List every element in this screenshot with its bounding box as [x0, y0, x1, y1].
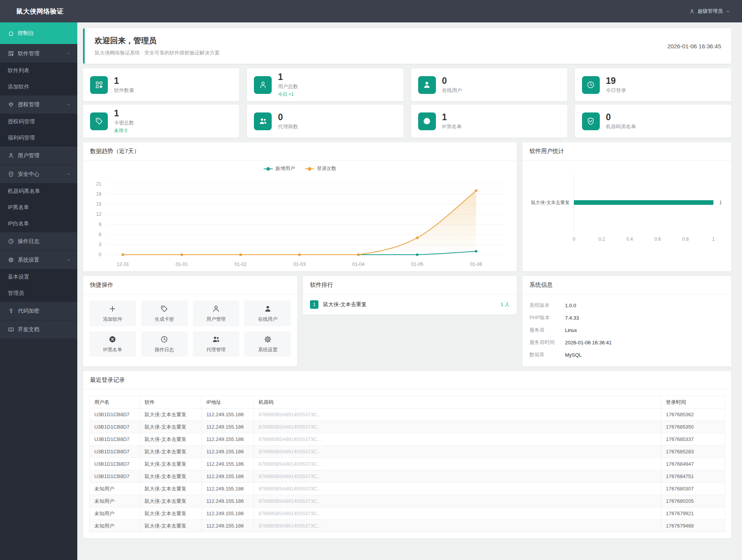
table-cell: 8769B5B5A6914055373C...	[254, 483, 661, 495]
quick-action-op-logs[interactable]: 操作日志	[141, 331, 188, 357]
sidebar-item-label: 机器码黑名单	[8, 188, 40, 195]
table-cell: 8769B5B5A6914055373C...	[254, 495, 661, 507]
tag-icon	[95, 117, 104, 126]
system-info-row: 服务器Linux	[529, 324, 724, 336]
circle-x-icon	[422, 117, 431, 126]
info-label: 服务器	[529, 327, 565, 334]
legend-item[interactable]: 登录次数	[305, 165, 336, 172]
home-icon	[8, 30, 14, 37]
quick-action-gen-card[interactable]: 生成卡密	[141, 301, 188, 326]
stat-card-online-users: 0在线用户	[411, 68, 567, 101]
sidebar-item-basic-settings[interactable]: 基本设置	[0, 269, 77, 285]
sidebar-item-ip-blacklist[interactable]: IP黑名单	[0, 199, 77, 216]
shield-icon	[8, 171, 14, 177]
person-icon	[689, 9, 695, 14]
quick-action-sys-settings[interactable]: 系统设置	[244, 331, 291, 357]
circle-x-icon	[108, 335, 117, 344]
table-cell: 112.249.155.186	[202, 458, 254, 470]
table-cell: 112.249.155.186	[202, 409, 254, 421]
table-cell: 未知用户	[90, 507, 140, 520]
gear-icon	[264, 335, 272, 344]
quick-action-ip-blacklist[interactable]: IP黑名单	[89, 331, 136, 357]
bar-canvas: 00.20.40.60.811	[574, 174, 713, 231]
sidebar-item-label: 添加软件	[8, 83, 29, 90]
trend-chart-title: 数据趋势（近7天）	[83, 142, 517, 161]
sidebar: 控制台软件管理软件列表添加软件授权管理授权码管理福利码管理用户管理安全中心机器码…	[0, 22, 77, 560]
user-name: 超级管理员	[698, 8, 723, 15]
sidebar-item-user-mgmt[interactable]: 用户管理	[0, 146, 77, 165]
rank-badge: 1	[310, 300, 318, 309]
table-row: 未知用户鼠大侠-文本去重复112.249.155.1868769B5B5A691…	[90, 495, 725, 507]
sidebar-item-auth-codes[interactable]: 授权码管理	[0, 114, 77, 130]
legend-marker	[305, 169, 314, 169]
chev-up-icon	[66, 172, 71, 177]
stat-card-machine-blacklist: 0机器码黑名单	[575, 105, 731, 138]
quick-action-agent-mgmt[interactable]: 代理管理	[193, 331, 240, 357]
sidebar-item-code-encrypt[interactable]: 代码加密	[0, 301, 77, 320]
stat-value: 19	[606, 76, 626, 86]
table-cell: 112.249.155.186	[202, 470, 254, 483]
table-header-cell: 机器码	[254, 396, 661, 409]
x-axis-tick: 0.2	[599, 237, 605, 242]
sidebar-item-ip-whitelist[interactable]: IP白名单	[0, 216, 77, 232]
sidebar-item-op-logs[interactable]: 操作日志	[0, 232, 77, 250]
info-value: 1.0.0	[565, 303, 576, 308]
quick-action-add-software[interactable]: 添加软件	[89, 301, 136, 326]
quick-action-online-users[interactable]: 在线用户	[244, 301, 291, 326]
sidebar-item-admins[interactable]: 管理员	[0, 285, 77, 301]
table-header-cell: 登录时间	[661, 396, 725, 409]
sidebar-item-software-list[interactable]: 软件列表	[0, 63, 77, 79]
stat-icon-box	[90, 112, 108, 130]
sidebar-item-security-group[interactable]: 安全中心	[0, 165, 77, 183]
svg-text:9: 9	[99, 222, 102, 227]
table-cell: 鼠大侠-文本去重复	[140, 483, 202, 495]
quick-action-user-mgmt[interactable]: 用户管理	[193, 301, 240, 326]
table-cell: 1767684751	[661, 470, 725, 483]
recent-logins-table: 用户名软件IP地址机器码登录时间 U3B1D1CB8D7鼠大侠-文本去重复112…	[89, 396, 725, 532]
quick-action-label: 在线用户	[258, 316, 277, 323]
chev-up-icon	[66, 257, 71, 262]
sidebar-item-console[interactable]: 控制台	[0, 22, 77, 44]
legend-item[interactable]: 新增用户	[264, 165, 295, 172]
info-value: Linux	[565, 327, 577, 333]
ranking-item[interactable]: 1鼠大侠-文本去重复1 人	[303, 294, 517, 315]
trend-chart-card: 数据趋势（近7天） 新增用户登录次数 03691215182112-3101-0…	[83, 142, 517, 271]
table-cell: 1767685350	[661, 421, 725, 433]
table-cell: 8769B5B5A6914055373C...	[254, 433, 661, 446]
table-row: U3B1D1CB8D7鼠大侠-文本去重复112.249.155.1868769B…	[90, 409, 725, 421]
info-label: PHP版本	[529, 314, 565, 321]
sidebar-item-label: 软件管理	[18, 50, 39, 57]
svg-text:01-04: 01-04	[352, 262, 365, 267]
sidebar-item-welfare-codes[interactable]: 福利码管理	[0, 130, 77, 146]
trend-line-chart: 03691215182112-3101-0101-0201-0301-0401-…	[83, 173, 517, 271]
table-cell: 未知用户	[90, 520, 140, 532]
book-icon	[8, 326, 14, 333]
svg-text:21: 21	[96, 181, 102, 187]
software-users-bar-chart: 鼠大侠-文本去重复 00.20.40.60.811	[522, 161, 731, 248]
sidebar-item-settings-group[interactable]: 系统设置	[0, 250, 77, 269]
system-info-row: 服务器时间2026-01-06 16:36:41	[529, 336, 724, 349]
sidebar-item-label: 用户管理	[18, 152, 39, 159]
sidebar-item-software-group[interactable]: 软件管理	[0, 44, 77, 63]
user-menu[interactable]: 超级管理员	[689, 8, 730, 15]
sidebar-item-machine-blacklist[interactable]: 机器码黑名单	[0, 183, 77, 199]
system-info-title: 系统信息	[522, 276, 731, 294]
table-header-row: 用户名软件IP地址机器码登录时间	[90, 396, 725, 409]
table-cell: 1767685337	[661, 433, 725, 446]
stat-icon-box	[582, 112, 600, 130]
table-cell: 8769B5B5A6914055373C...	[254, 507, 661, 520]
table-cell: 112.249.155.186	[202, 446, 254, 458]
grid-icon	[95, 80, 104, 89]
clock-icon	[586, 80, 595, 89]
sidebar-item-auth-group[interactable]: 授权管理	[0, 95, 77, 114]
table-cell: U3B1D1CB8D7	[90, 433, 140, 446]
stat-icon-box	[418, 76, 436, 94]
table-cell: 1767680205	[661, 495, 725, 507]
stat-label: 代理商数	[278, 123, 298, 130]
users-icon	[259, 117, 267, 126]
quick-action-label: 生成卡密	[155, 316, 174, 323]
users-icon	[212, 335, 220, 344]
sidebar-item-dev-docs[interactable]: 开发文档	[0, 320, 77, 339]
stat-label: 卡密总数	[114, 119, 134, 126]
sidebar-item-add-software[interactable]: 添加软件	[0, 79, 77, 95]
